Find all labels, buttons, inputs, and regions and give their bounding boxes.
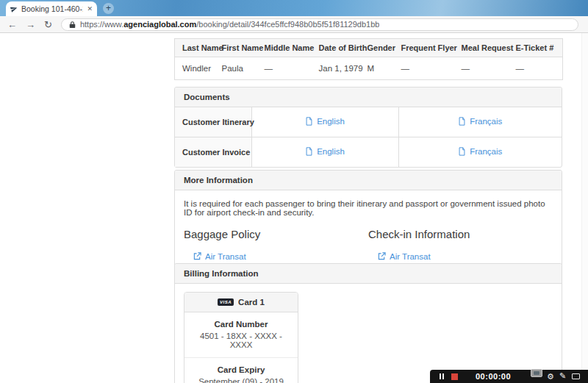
pdf-file-icon	[458, 147, 466, 156]
webcam-preview-icon[interactable]	[531, 369, 542, 377]
address-bar[interactable]: https://www.agenciaglobal.com/booking/de…	[61, 18, 578, 31]
url-path: /booking/detail/344fce5ffcf948b0b5f51f81…	[196, 20, 379, 29]
padlock-icon[interactable]	[69, 21, 76, 29]
pdf-file-icon	[458, 117, 466, 126]
document-label: Customer Itinerary	[175, 107, 251, 137]
gear-icon[interactable]: ⚙	[547, 373, 554, 381]
billing-information-panel: Billing Information VISA Card 1 Card Num…	[174, 263, 562, 383]
document-cell: English	[251, 137, 398, 168]
browser-tab[interactable]: Booking 101-460-193 | Agencia G ✕	[6, 1, 97, 16]
screen-recorder-toolbar: 00:00:00 ⚙ ✎	[430, 370, 588, 383]
card-number-value: 4501 - 18XX - XXXX - XXXX	[189, 332, 293, 349]
pdf-file-icon	[305, 117, 313, 126]
monitor-icon[interactable]	[572, 373, 580, 379]
document-row: Customer Invoice English Français	[175, 137, 562, 168]
document-row: Customer Itinerary English Français	[175, 107, 562, 137]
pdf-file-icon	[305, 147, 313, 156]
cell-meal-request: —	[459, 57, 513, 80]
col-frequent-flyer: Frequent Flyer	[398, 39, 459, 57]
document-label: Customer Invoice	[175, 137, 251, 168]
card-header: VISA Card 1	[184, 293, 298, 312]
tab-strip: Booking 101-460-193 | Agencia G ✕ +	[0, 0, 588, 16]
forward-icon[interactable]: →	[26, 20, 35, 29]
baggage-air-transat-link[interactable]: Air Transat	[193, 252, 246, 261]
col-middle-name: Middle Name	[262, 39, 316, 57]
col-meal-request: Meal Request	[459, 39, 513, 57]
pencil-icon[interactable]: ✎	[559, 372, 566, 380]
cell-date-of-birth: Jan 1, 1979	[316, 57, 365, 80]
col-gender: Gender	[365, 39, 398, 57]
link-label: Air Transat	[205, 252, 246, 261]
link-label: Air Transat	[390, 252, 431, 261]
document-cell: English	[251, 107, 398, 137]
info-columns: Baggage Policy Air Transat Check-in Info…	[184, 228, 553, 263]
cell-first-name: Paula	[219, 57, 262, 80]
link-label: English	[317, 117, 345, 126]
card-number-field: Card Number 4501 - 18XX - XXXX - XXXX	[184, 312, 298, 357]
cell-eticket: —	[513, 57, 563, 80]
documents-panel: Documents Customer Itinerary English	[174, 87, 562, 168]
invoice-french-link[interactable]: Français	[458, 147, 502, 156]
url-text: https://www.agenciaglobal.com/booking/de…	[80, 20, 379, 29]
documents-panel-title: Documents	[175, 87, 562, 107]
card-expiry-value: September (09) - 2019	[189, 377, 293, 383]
passenger-table-header-row: Last Name First Name Middle Name Date of…	[175, 39, 563, 57]
billing-information-title: Billing Information	[175, 264, 562, 284]
col-first-name: First Name	[219, 39, 262, 57]
card-name: Card 1	[238, 298, 265, 307]
cell-frequent-flyer: —	[398, 57, 459, 80]
passenger-row: Windler Paula — Jan 1, 1979 M — — —	[175, 57, 563, 80]
cell-gender: M	[365, 57, 398, 80]
vertical-scrollbar[interactable]	[581, 33, 588, 383]
itinerary-english-link[interactable]: English	[305, 117, 345, 126]
more-information-title: More Information	[175, 171, 562, 190]
browser-window: Booking 101-460-193 | Agencia G ✕ + ← → …	[0, 0, 588, 383]
pause-icon[interactable]	[440, 373, 444, 379]
browser-toolbar: ← → ↻ https://www.agenciaglobal.com/book…	[0, 16, 588, 33]
page-viewport: Last Name First Name Middle Name Date of…	[0, 33, 588, 383]
billing-body: VISA Card 1 Card Number 4501 - 18XX - XX…	[175, 284, 562, 383]
link-label: Français	[470, 147, 502, 156]
recording-timer: 00:00:00	[476, 372, 511, 381]
card-expiry-label: Card Expiry	[189, 365, 293, 374]
link-label: Français	[470, 117, 502, 126]
more-information-panel: More Information It is required for each…	[174, 170, 562, 275]
new-tab-button[interactable]: +	[103, 3, 114, 14]
passenger-notice: It is required for each passenger to bri…	[184, 199, 553, 217]
card-number-label: Card Number	[189, 320, 293, 329]
more-information-body: It is required for each passenger to bri…	[175, 190, 562, 274]
visa-icon: VISA	[218, 298, 234, 306]
document-cell: Français	[398, 107, 562, 137]
url-domain: agenciaglobal.com	[123, 20, 196, 29]
cell-middle-name: —	[262, 57, 316, 80]
check-in-column: Check-in Information Air Transat	[368, 228, 553, 263]
back-icon[interactable]: ←	[7, 20, 17, 29]
external-link-icon	[193, 252, 201, 260]
col-eticket: E-Ticket #	[513, 39, 563, 57]
external-link-icon	[378, 252, 386, 260]
link-label: English	[317, 147, 345, 156]
baggage-policy-heading: Baggage Policy	[184, 228, 368, 240]
check-in-heading: Check-in Information	[368, 228, 553, 240]
documents-table: Customer Itinerary English Français	[175, 107, 562, 167]
reload-icon[interactable]: ↻	[44, 20, 52, 29]
col-last-name: Last Name	[175, 39, 219, 57]
paper-plane-favicon-icon	[10, 4, 19, 14]
passenger-table: Last Name First Name Middle Name Date of…	[174, 38, 563, 80]
url-scheme: https://www.	[80, 20, 123, 29]
card-expiry-field: Card Expiry September (09) - 2019	[184, 357, 298, 383]
credit-card-summary: VISA Card 1 Card Number 4501 - 18XX - XX…	[184, 292, 298, 383]
stop-record-icon[interactable]	[451, 373, 458, 380]
document-cell: Français	[398, 137, 562, 168]
invoice-english-link[interactable]: English	[305, 147, 345, 156]
baggage-policy-column: Baggage Policy Air Transat	[184, 228, 368, 263]
col-date-of-birth: Date of Birth	[316, 39, 365, 57]
itinerary-french-link[interactable]: Français	[458, 117, 502, 126]
check-in-air-transat-link[interactable]: Air Transat	[378, 252, 431, 261]
tab-title: Booking 101-460-193 | Agencia G	[21, 4, 83, 13]
tab-close-icon[interactable]: ✕	[87, 6, 93, 12]
cell-last-name: Windler	[175, 57, 219, 80]
